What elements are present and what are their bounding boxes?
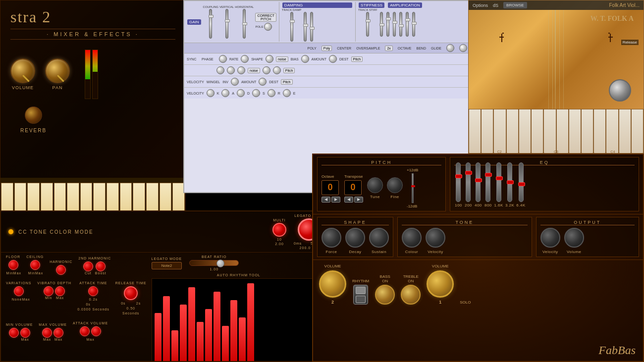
max-vol-1[interactable]: [42, 328, 52, 338]
release-knob[interactable]: [609, 79, 631, 102]
phase2-knob[interactable]: [216, 66, 224, 74]
vk-13[interactable]: [619, 109, 631, 154]
shape2-knob[interactable]: [237, 66, 245, 74]
beat-ratio-slider[interactable]: [189, 260, 239, 266]
transpose-down-btn[interactable]: ◀: [344, 197, 353, 203]
vk-5[interactable]: [519, 109, 531, 154]
vk-4[interactable]: [506, 109, 519, 154]
amount2-knob[interactable]: [273, 66, 281, 74]
damp-slider3[interactable]: [310, 12, 313, 42]
output-volume-knob[interactable]: [564, 228, 584, 248]
bias2-knob[interactable]: [263, 66, 270, 74]
multi-knob[interactable]: [272, 223, 286, 237]
reverb-knob[interactable]: [25, 106, 42, 124]
vk-12[interactable]: [606, 109, 618, 154]
eq-400-slider[interactable]: [476, 162, 481, 202]
tune-knob[interactable]: [367, 177, 383, 193]
bend-knob[interactable]: [446, 44, 454, 52]
stiff-slider3[interactable]: [386, 12, 389, 37]
eq-1600-slider[interactable]: [496, 162, 501, 202]
amp-slider3[interactable]: [406, 12, 409, 37]
decay-knob[interactable]: [345, 228, 365, 248]
phase-knob[interactable]: [219, 55, 227, 63]
k-knob[interactable]: [207, 89, 215, 97]
eq-6400-slider[interactable]: [519, 162, 524, 202]
stiff-slider1[interactable]: [366, 12, 369, 37]
sustain-knob[interactable]: [369, 228, 389, 248]
amount-h-knob[interactable]: [259, 78, 267, 86]
amp-slider1[interactable]: [393, 12, 396, 37]
variations-knob[interactable]: [14, 286, 24, 296]
oversample-btn[interactable]: 2x: [385, 46, 392, 51]
bass-on-knob[interactable]: [375, 285, 395, 305]
vertical-slider[interactable]: [225, 9, 228, 39]
damp-slider2[interactable]: [304, 12, 307, 42]
wingel-knob[interactable]: [231, 78, 239, 86]
vk-11[interactable]: [593, 109, 606, 154]
a-knob[interactable]: [221, 89, 229, 97]
vk-6[interactable]: [531, 109, 543, 154]
vk-14[interactable]: [631, 109, 644, 154]
shape-knob[interactable]: [266, 55, 273, 63]
eq-200-slider[interactable]: [466, 162, 471, 202]
note2-btn[interactable]: Note2: [152, 262, 182, 269]
output-velocity-knob[interactable]: [540, 228, 560, 248]
vk-2[interactable]: [481, 109, 493, 154]
browse-button[interactable]: BROWSE: [503, 2, 527, 8]
amount-knob[interactable]: [329, 55, 337, 63]
max-vol-2[interactable]: [54, 328, 63, 338]
eq-3200-slider[interactable]: [507, 162, 512, 202]
floor-knob[interactable]: [8, 260, 18, 270]
bias-knob[interactable]: [301, 55, 309, 63]
vk-10[interactable]: [581, 109, 593, 154]
harmonic-boost-knob[interactable]: [96, 261, 106, 271]
pitch2-btn[interactable]: Pitch: [283, 68, 295, 73]
stiff-slider2[interactable]: [380, 12, 383, 37]
rate2-knob[interactable]: [227, 66, 235, 74]
atk-vol-1[interactable]: [80, 326, 90, 336]
d-knob[interactable]: [237, 89, 245, 97]
vibrato-max-knob[interactable]: [55, 286, 65, 296]
vk-1[interactable]: [469, 109, 481, 154]
glide-knob[interactable]: [459, 44, 467, 52]
transpose-up-btn[interactable]: ▶: [354, 197, 363, 203]
main-volume-knob[interactable]: [319, 270, 346, 298]
pan-knob[interactable]: [45, 58, 70, 83]
force-knob[interactable]: [322, 228, 341, 248]
volume1-knob[interactable]: [427, 270, 454, 298]
min-vol-1[interactable]: [9, 328, 19, 338]
min-vol-2[interactable]: [20, 328, 30, 338]
e-knob[interactable]: [283, 89, 291, 97]
fine-knob[interactable]: [387, 177, 403, 193]
vk-8[interactable]: [556, 109, 569, 154]
pitch1-btn[interactable]: Pitch: [351, 56, 363, 62]
rate-knob[interactable]: [241, 55, 249, 63]
correct-pitch-btn[interactable]: CORRECT PITCH: [255, 13, 276, 22]
amp-slider2[interactable]: [399, 12, 402, 37]
pitch3-btn[interactable]: Pitch: [281, 79, 293, 85]
amp-slider4[interactable]: [412, 12, 415, 37]
vk-3[interactable]: [493, 109, 506, 154]
harmonic-knob[interactable]: [56, 265, 66, 275]
r-knob[interactable]: [268, 89, 275, 97]
release-time-knob[interactable]: [124, 286, 138, 300]
noise1-btn[interactable]: noise: [276, 56, 288, 62]
vk-7[interactable]: [543, 109, 556, 154]
coupling-slider[interactable]: [209, 9, 212, 39]
atk-vol-2[interactable]: [91, 326, 101, 336]
attack-time-knob[interactable]: [88, 286, 98, 296]
octave-down-btn[interactable]: ◀: [322, 197, 330, 203]
colour-knob[interactable]: [402, 228, 422, 248]
octave-up-btn[interactable]: ▶: [331, 197, 340, 203]
noise2-btn[interactable]: noise: [248, 68, 260, 73]
treble-on-knob[interactable]: [401, 285, 421, 305]
volume-knob[interactable]: [10, 58, 35, 83]
eq-800-slider[interactable]: [485, 162, 490, 202]
eq-100-slider[interactable]: [456, 162, 461, 202]
vk-9[interactable]: [569, 109, 581, 154]
poly-btn[interactable]: Poly: [322, 46, 332, 51]
damp-slider1[interactable]: [290, 12, 293, 42]
rhythm-toggle[interactable]: [353, 285, 368, 305]
s-knob[interactable]: [252, 89, 260, 97]
ceiling-knob[interactable]: [30, 260, 40, 270]
